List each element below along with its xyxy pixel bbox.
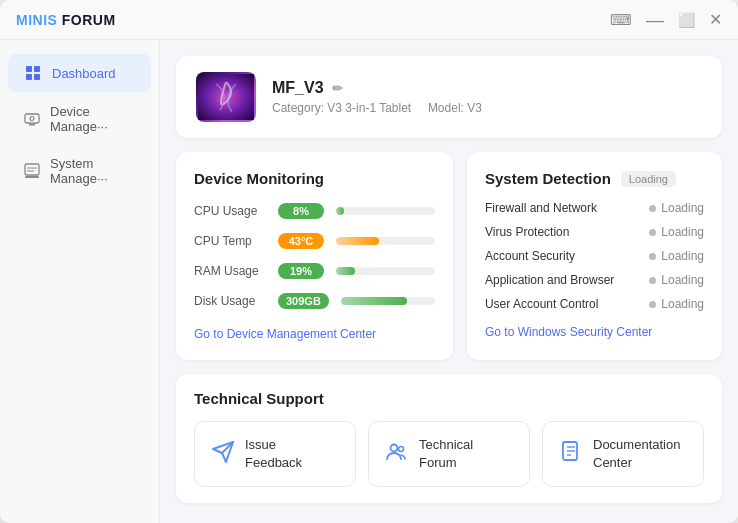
detection-row-browser: Application and Browser Loading [485,273,704,287]
monitor-row-cpu-usage: CPU Usage 8% [194,203,435,219]
svg-rect-11 [198,74,254,120]
detection-row-uac: User Account Control Loading [485,297,704,311]
cpu-temp-badge: 43°C [278,233,324,249]
documentation-center-label: DocumentationCenter [593,436,680,472]
window-controls: ⌨ — ⬜ ✕ [610,10,722,29]
device-info: MF_V3 ✏ Category: V3 3-in-1 Tablet Model… [272,79,482,115]
title-bar: MINIS FORUM ⌨ — ⬜ ✕ [0,0,738,40]
sidebar: Dashboard Device Manage··· [0,40,160,523]
issue-feedback-card[interactable]: IssueFeedback [194,421,356,487]
ram-usage-fill [336,267,355,275]
account-status: Loading [649,249,704,263]
sys-detection-header: System Detection Loading [485,170,704,187]
technical-forum-icon [385,440,409,469]
device-meta: Category: V3 3-in-1 Tablet Model: V3 [272,101,482,115]
edit-device-icon[interactable]: ✏ [332,81,343,96]
browser-dot [649,277,656,284]
device-management-link[interactable]: Go to Device Management Center [194,327,376,341]
disk-usage-track [341,297,435,305]
dashboard-icon [24,64,42,82]
browser-status: Loading [649,273,704,287]
cpu-usage-label: CPU Usage [194,204,266,218]
device-name: MF_V3 ✏ [272,79,482,97]
cpu-temp-track [336,237,435,245]
virus-status: Loading [649,225,704,239]
windows-security-link[interactable]: Go to Windows Security Center [485,325,652,339]
svg-rect-10 [25,176,39,178]
sidebar-label-device-manage: Device Manage··· [50,104,135,134]
sys-detection-loading-badge: Loading [621,171,676,187]
disk-usage-fill [341,297,407,305]
monitoring-title: Device Monitoring [194,170,435,187]
detection-row-account: Account Security Loading [485,249,704,263]
svg-rect-4 [25,114,39,123]
ram-usage-label: RAM Usage [194,264,266,278]
virus-label: Virus Protection [485,225,570,239]
monitor-row-disk-usage: Disk Usage 309GB [194,293,435,309]
svg-rect-3 [34,74,40,80]
uac-dot [649,301,656,308]
uac-status: Loading [649,297,704,311]
sys-detection-title: System Detection [485,170,611,187]
firewall-status: Loading [649,201,704,215]
ram-usage-badge: 19% [278,263,324,279]
sidebar-item-device-manage[interactable]: Device Manage··· [8,94,151,144]
svg-rect-7 [25,164,39,175]
sidebar-label-dashboard: Dashboard [52,66,116,81]
account-dot [649,253,656,260]
monitor-row-ram-usage: RAM Usage 19% [194,263,435,279]
cpu-usage-fill [336,207,344,215]
issue-feedback-icon [211,440,235,469]
minimize-icon[interactable]: — [646,11,664,29]
issue-feedback-label: IssueFeedback [245,436,302,472]
system-manage-icon [24,162,40,180]
uac-label: User Account Control [485,297,598,311]
svg-point-12 [391,444,398,451]
svg-point-6 [30,117,34,121]
translate-icon[interactable]: ⌨ [610,11,632,29]
ram-usage-track [336,267,435,275]
device-thumbnail [196,72,256,122]
svg-point-13 [399,446,404,451]
support-title: Technical Support [194,390,704,407]
cpu-usage-badge: 8% [278,203,324,219]
monitor-row-cpu-temp: CPU Temp 43°C [194,233,435,249]
disk-usage-label: Disk Usage [194,294,266,308]
device-monitoring-panel: Device Monitoring CPU Usage 8% CPU Temp … [176,152,453,360]
firewall-label: Firewall and Network [485,201,597,215]
svg-rect-0 [26,66,32,72]
app-window: MINIS FORUM ⌨ — ⬜ ✕ Dashboard [0,0,738,523]
cpu-temp-fill [336,237,379,245]
system-detection-panel: System Detection Loading Firewall and Ne… [467,152,722,360]
cpu-temp-label: CPU Temp [194,234,266,248]
disk-usage-badge: 309GB [278,293,329,309]
app-logo: MINIS FORUM [16,12,116,28]
technical-forum-label: TechnicalForum [419,436,473,472]
svg-rect-2 [26,74,32,80]
sidebar-label-system-manage: System Manage··· [50,156,135,186]
documentation-center-card[interactable]: DocumentationCenter [542,421,704,487]
main-layout: Dashboard Device Manage··· [0,40,738,523]
virus-dot [649,229,656,236]
sidebar-item-system-manage[interactable]: System Manage··· [8,146,151,196]
close-icon[interactable]: ✕ [709,10,722,29]
sidebar-item-dashboard[interactable]: Dashboard [8,54,151,92]
support-cards: IssueFeedback TechnicalForum [194,421,704,487]
technical-support-panel: Technical Support IssueFeedback [176,374,722,503]
cpu-usage-track [336,207,435,215]
technical-forum-card[interactable]: TechnicalForum [368,421,530,487]
device-card: MF_V3 ✏ Category: V3 3-in-1 Tablet Model… [176,56,722,138]
detection-row-virus: Virus Protection Loading [485,225,704,239]
svg-rect-1 [34,66,40,72]
documentation-center-icon [559,440,583,469]
browser-label: Application and Browser [485,273,614,287]
maximize-icon[interactable]: ⬜ [678,12,695,28]
detection-row-firewall: Firewall and Network Loading [485,201,704,215]
panels-row: Device Monitoring CPU Usage 8% CPU Temp … [176,152,722,360]
firewall-dot [649,205,656,212]
account-label: Account Security [485,249,575,263]
device-manage-icon [24,110,40,128]
content-area: MF_V3 ✏ Category: V3 3-in-1 Tablet Model… [160,40,738,523]
svg-rect-5 [29,124,35,126]
